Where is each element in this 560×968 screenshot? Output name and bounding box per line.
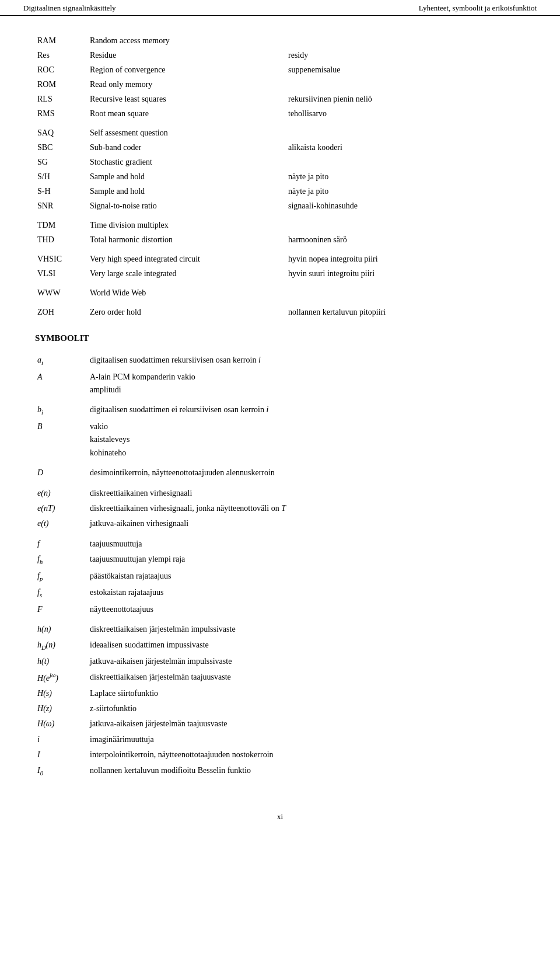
abbr-abbreviation: RAM — [35, 33, 88, 48]
symbol-symbol: B — [35, 419, 88, 461]
abbr-row: Res Residue residy — [35, 48, 525, 62]
abbr-row: VHSIC Very high speed integrated circuit… — [35, 252, 525, 266]
symbol-row: h(t) jatkuva-aikaisen järjestelmän impul… — [35, 654, 525, 669]
symbol-description: ideaalisen suodattimen impussivaste — [88, 638, 525, 654]
abbr-row: ZOH Zero order hold nollannen kertaluvun… — [35, 305, 525, 319]
abbr-abbreviation: SBC — [35, 140, 88, 155]
abbr-row: SG Stochastic gradient — [35, 155, 525, 169]
symbol-row: ai digitaalisen suodattimen rekursiivise… — [35, 353, 525, 370]
abbr-finnish: rekursiivinen pienin neliö — [286, 92, 525, 106]
abbr-finnish: harmooninen särö — [286, 232, 525, 247]
abbr-abbreviation: RMS — [35, 106, 88, 121]
symbol-symbol: e(n) — [35, 486, 88, 501]
abbr-finnish — [286, 77, 525, 92]
abbr-row: ROC Region of convergence suppenemisalue — [35, 62, 525, 77]
abbr-finnish: suppenemisalue — [286, 62, 525, 77]
symbol-row: e(nT) diskreettiaikainen virhesignaali, … — [35, 501, 525, 516]
abbr-abbreviation: SNR — [35, 199, 88, 213]
abbr-row: ROM Read only memory — [35, 77, 525, 92]
symbol-symbol: I — [35, 747, 88, 762]
abbr-abbreviation: S/H — [35, 169, 88, 184]
abbr-finnish: hyvin suuri integroitu piiri — [286, 266, 525, 281]
page-content: RAM Random access memory Res Residue res… — [0, 16, 560, 803]
abbr-row: SNR Signal-to-noise ratio signaali-kohin… — [35, 199, 525, 213]
abbr-row: RAM Random access memory — [35, 33, 525, 48]
abbr-description: Sample and hold — [88, 169, 286, 184]
abbr-description: Self assesment question — [88, 126, 286, 140]
abbr-description: Recursive least squares — [88, 92, 286, 106]
abbr-abbreviation: TDM — [35, 218, 88, 232]
abbr-finnish: signaali-kohinasuhde — [286, 199, 525, 213]
abbr-finnish: alikaista kooderi — [286, 140, 525, 155]
abbr-finnish: residy — [286, 48, 525, 62]
symbol-symbol: D — [35, 465, 88, 480]
abbr-abbreviation: RLS — [35, 92, 88, 106]
symbol-symbol: h(n) — [35, 622, 88, 637]
symbol-row: f taajuusmuuttuja — [35, 537, 525, 552]
symbol-symbol: i — [35, 732, 88, 747]
abbr-finnish: nollannen kertaluvun pitopiiri — [286, 305, 525, 319]
symbol-description: digitaalisen suodattimen rekursiivisen o… — [88, 353, 525, 370]
abbr-row: VLSI Very large scale integrated hyvin s… — [35, 266, 525, 281]
symbol-row — [35, 398, 525, 402]
symbol-row: H(ω) jatkuva-aikaisen järjestelmän taaju… — [35, 716, 525, 732]
symbol-description: jatkuva-aikainen virhesignaali — [88, 516, 525, 531]
symbol-row: e(n) diskreettiaikainen virhesignaali — [35, 486, 525, 501]
header-right: Lyhenteet, symboolit ja erikoisfunktiot — [419, 4, 537, 13]
symbol-description: interpolointikerroin, näytteenottotaajuu… — [88, 747, 525, 762]
symbol-description: estokaistan rajataajuus — [88, 585, 525, 602]
abbr-row: RMS Root mean square tehollisarvo — [35, 106, 525, 121]
abbr-abbreviation: SG — [35, 155, 88, 169]
symbol-row: I interpolointikerroin, näytteenottotaaj… — [35, 747, 525, 762]
symbol-description: nollannen kertaluvun modifioitu Besselin… — [88, 763, 525, 780]
symbol-row: h(n) diskreettiaikaisen järjestelmän imp… — [35, 622, 525, 637]
symbol-symbol: fs — [35, 585, 88, 602]
page-number: xi — [277, 812, 283, 821]
abbr-finnish: näyte ja pito — [286, 169, 525, 184]
symbol-symbol: H(s) — [35, 686, 88, 701]
abbr-description: Total harmonic distortion — [88, 232, 286, 247]
abbr-row: S-H Sample and hold näyte ja pito — [35, 184, 525, 199]
abbr-description: Very large scale integrated — [88, 266, 286, 281]
abbr-description: Read only memory — [88, 77, 286, 92]
symbol-symbol: fp — [35, 569, 88, 586]
header-left: Digitaalinen signaalinkäsittely — [23, 4, 116, 13]
symbol-symbol: e(nT) — [35, 501, 88, 516]
symbol-description: diskreettiaikainen virhesignaali, jonka … — [88, 501, 525, 516]
abbr-finnish — [286, 155, 525, 169]
symbol-row: fs estokaistan rajataajuus — [35, 585, 525, 602]
abbr-abbreviation: ROC — [35, 62, 88, 77]
page-header: Digitaalinen signaalinkäsittely Lyhentee… — [0, 0, 560, 16]
abbr-abbreviation: ZOH — [35, 305, 88, 319]
symbol-row — [35, 617, 525, 622]
symbol-symbol: bi — [35, 402, 88, 419]
symbol-symbol: F — [35, 602, 88, 617]
symbol-row: i imaginäärimuuttuja — [35, 732, 525, 747]
symbol-description: diskreettiaikaisen järjestelmän impulssi… — [88, 622, 525, 637]
symbols-table: ai digitaalisen suodattimen rekursiivise… — [35, 353, 525, 779]
symbol-row: H(ejω) diskreettiaikaisen järjestelmän t… — [35, 670, 525, 686]
abbr-abbreviation: THD — [35, 232, 88, 247]
abbr-row: S/H Sample and hold näyte ja pito — [35, 169, 525, 184]
abbr-abbreviation: ROM — [35, 77, 88, 92]
abbr-description: Random access memory — [88, 33, 286, 48]
symbol-row: H(s) Laplace siirtofunktio — [35, 686, 525, 701]
symbol-symbol: I0 — [35, 763, 88, 780]
symbol-row — [35, 532, 525, 537]
abbr-row: SBC Sub-band coder alikaista kooderi — [35, 140, 525, 155]
symbol-row: D desimointikerroin, näytteenottotaajuud… — [35, 465, 525, 480]
abbr-description: Sample and hold — [88, 184, 286, 199]
abbr-row: WWW World Wide Web — [35, 285, 525, 300]
abbr-description: Very high speed integrated circuit — [88, 252, 286, 266]
symbol-symbol: A — [35, 370, 88, 398]
abbr-row — [35, 213, 525, 218]
symbol-description: digitaalisen suodattimen ei rekursiivise… — [88, 402, 525, 419]
abbr-abbreviation: VLSI — [35, 266, 88, 281]
symbol-description: A-lain PCM kompanderin vakioamplitudi — [88, 370, 525, 398]
symbol-row — [35, 481, 525, 486]
symbol-symbol: e(t) — [35, 516, 88, 531]
symbol-description: diskreettiaikainen virhesignaali — [88, 486, 525, 501]
abbr-description: World Wide Web — [88, 285, 286, 300]
symbol-symbol: hD(n) — [35, 638, 88, 654]
abbr-abbreviation: S-H — [35, 184, 88, 199]
